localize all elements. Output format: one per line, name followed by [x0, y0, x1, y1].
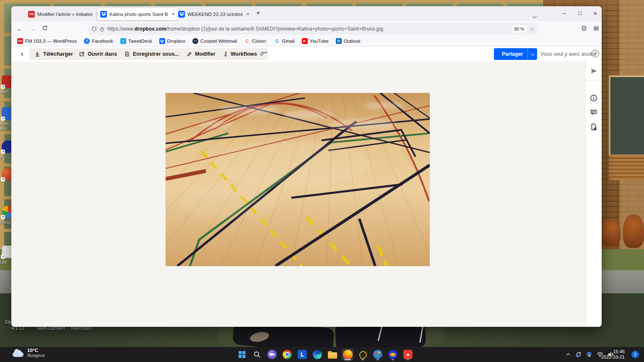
reload-icon[interactable]: [40, 24, 50, 34]
tab-close-icon[interactable]: ×: [245, 11, 250, 17]
chat-icon: [267, 350, 277, 359]
wallpaper-planter: [601, 219, 621, 246]
l-app-button[interactable]: L: [296, 349, 308, 360]
notification-badge[interactable]: 2: [631, 351, 639, 358]
bookmark-dropbox[interactable]: Dropbox: [159, 38, 185, 44]
outlook-icon: O: [336, 38, 342, 44]
cooptel-icon: [192, 38, 198, 44]
tab-title: WEEKEND 22-23 octobre - Wor: [187, 12, 243, 17]
tray-security-shield-icon[interactable]: [586, 351, 593, 358]
bookmark-star-icon[interactable]: ☆: [530, 26, 535, 32]
download-icon: [34, 51, 40, 57]
bookmark-label: Cision:: [252, 39, 267, 44]
desktop-shortcut-acrobat[interactable]: ↗ Acro: [0, 75, 11, 96]
url-text[interactable]: https://www.dropbox.com/home/dropbox (1)…: [107, 26, 509, 32]
shortcut-label: Acro: [0, 90, 11, 94]
weather-widget[interactable]: 10°C Nuageux: [13, 348, 45, 358]
help-icon[interactable]: ?: [592, 50, 599, 57]
bookmark-label: Cooptel Webmail: [200, 39, 237, 44]
taskbar-clock[interactable]: 15:45 2022-10-21: [601, 349, 625, 360]
save-as-icon: [124, 51, 130, 57]
bird-app-icon: [358, 350, 367, 359]
menu-hamburger-icon[interactable]: [591, 24, 601, 34]
dropbox-favicon: [178, 11, 185, 18]
edit-button[interactable]: Modifier: [182, 48, 221, 60]
download-button[interactable]: Télécharger: [29, 48, 78, 60]
download-label: Télécharger: [43, 51, 73, 57]
paint-app-button[interactable]: [372, 349, 384, 360]
bookmark-label: YouTube: [310, 39, 329, 44]
share-button[interactable]: Partager: [494, 48, 527, 60]
tab-dropbox-katina[interactable]: Katina photo sports Saint Bruno ×: [97, 8, 179, 20]
bookmark-tweetdeck[interactable]: t TweetDeck: [120, 38, 152, 44]
save-as-button[interactable]: Enregistrer sous...: [119, 48, 190, 60]
audio-app-button[interactable]: [357, 349, 369, 360]
forward-icon[interactable]: →: [27, 24, 37, 34]
back-icon[interactable]: ←: [15, 24, 25, 34]
tab-title: Katina photo sports Saint Bruno: [109, 12, 168, 17]
firefox-button[interactable]: [342, 349, 353, 360]
list-all-tabs-icon[interactable]: [533, 12, 536, 19]
search-button[interactable]: [251, 349, 263, 360]
preview-image-gym-floor[interactable]: [166, 93, 430, 266]
new-tab-button[interactable]: +: [254, 9, 262, 17]
clock-time: 15:45: [601, 349, 625, 354]
workflows-button[interactable]: Workflows: [217, 48, 268, 60]
teams-chat-button[interactable]: [266, 349, 278, 360]
red-app-icon: »: [403, 350, 413, 359]
account-shield-icon[interactable]: [579, 24, 589, 34]
share-dropdown-button[interactable]: [527, 48, 537, 60]
url-scheme: https://www.: [107, 26, 135, 32]
bookmark-label: Outlook: [344, 39, 361, 44]
desktop-shortcut-libreoffice[interactable]: ↗ Libr: [0, 246, 11, 270]
tab-dropbox-weekend[interactable]: WEEKEND 22-23 octobre - Wor ×: [175, 8, 253, 20]
dropbox-icon: [159, 38, 165, 44]
more-actions-button[interactable]: •••: [261, 50, 267, 55]
bookmark-gmail[interactable]: G Gmail: [274, 38, 295, 44]
shortcut-arrow-icon: ↗: [1, 255, 5, 259]
shortcut-label: Goog: [0, 220, 11, 225]
blue-app-button[interactable]: [387, 349, 399, 360]
bookmark-outlook[interactable]: O Outlook: [336, 38, 361, 44]
chrome-button[interactable]: [281, 349, 293, 360]
file-explorer-button[interactable]: [327, 349, 338, 360]
desktop-shortcut-aide[interactable]: ↗ Aide ( 450.: [0, 107, 11, 135]
blue-orange-app-icon: [388, 350, 397, 359]
window-close-button[interactable]: ×: [589, 8, 602, 19]
bookmark-cision[interactable]: C Cision:: [244, 38, 267, 44]
url-bar[interactable]: https://www.dropbox.com/home/dropbox (1)…: [88, 23, 538, 35]
info-icon[interactable]: [590, 94, 597, 102]
desktop-shortcut-google[interactable]: ↗ Goog: [0, 206, 11, 229]
preview-content-area: [11, 62, 602, 327]
edge-button[interactable]: [312, 349, 323, 360]
folder-icon: [328, 352, 337, 359]
bookmark-cooptel[interactable]: Cooptel Webmail: [192, 38, 237, 44]
tab-wordpress-article[interactable]: FM Modifier l'article « Initiation aux ×: [25, 8, 103, 20]
window-minimize-button[interactable]: –: [558, 8, 571, 19]
tracking-shield-icon[interactable]: [91, 26, 97, 32]
desktop-shortcut-a[interactable]: ↗ A: [0, 140, 11, 162]
open-in-label: Ouvrir dans: [88, 51, 117, 57]
clock-date: 2022-10-21: [601, 354, 625, 360]
red-app-button[interactable]: »: [402, 349, 414, 360]
url-domain: dropbox.com: [135, 26, 166, 32]
window-maximize-button[interactable]: □: [574, 8, 586, 19]
lock-icon[interactable]: [100, 26, 104, 32]
start-button[interactable]: [236, 349, 248, 360]
collapse-arrow-icon: [590, 67, 597, 75]
bookmark-youtube[interactable]: ▶ YouTube: [302, 38, 329, 44]
preview-back-button[interactable]: ‹: [17, 48, 27, 60]
open-in-icon: [79, 51, 85, 57]
zoom-level-badge[interactable]: 90 %: [512, 26, 527, 32]
chevron-up-icon: [565, 351, 571, 357]
collapse-sidebar-button[interactable]: [586, 62, 602, 81]
version-history-icon[interactable]: [590, 123, 597, 131]
desktop-shortcut-orange[interactable]: ↗: [0, 168, 11, 187]
bookmark-facebook[interactable]: f Facebook: [84, 38, 113, 44]
tray-sync-icon[interactable]: [575, 351, 582, 358]
tray-show-hidden-icons[interactable]: [565, 351, 572, 358]
bookmark-label: Gmail: [282, 39, 295, 44]
bookmark-fm1033[interactable]: FM FM 103,3 — WordPress: [17, 38, 77, 44]
comments-icon[interactable]: [590, 109, 597, 116]
desktop-shortcut-label-partial: Op: [5, 319, 11, 324]
